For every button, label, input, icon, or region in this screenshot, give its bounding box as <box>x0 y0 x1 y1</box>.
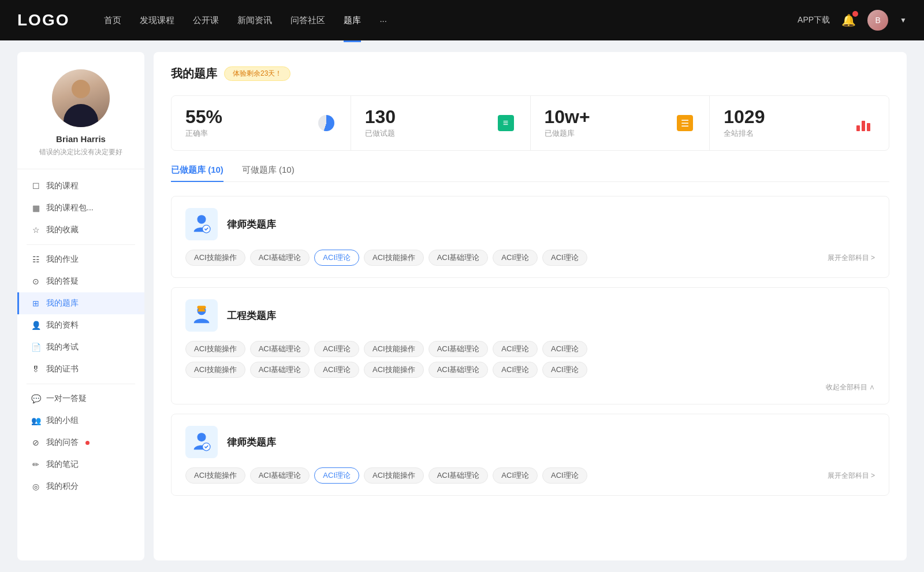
sidebar-item-question-bank[interactable]: ⊞ 我的题库 <box>17 292 144 314</box>
bank-name-0: 律师类题库 <box>227 218 276 231</box>
tab-done-banks[interactable]: 已做题库 (10) <box>171 165 223 181</box>
nav-open[interactable]: 公开课 <box>193 13 219 28</box>
accuracy-icon <box>316 113 337 133</box>
tag-2-3[interactable]: ACI技能操作 <box>364 467 424 484</box>
bank-icon-engineer <box>185 299 218 332</box>
tabs: 已做题库 (10) 可做题库 (10) <box>171 165 889 182</box>
nav-more[interactable]: ··· <box>379 13 387 28</box>
stats-row: 55% 正确率 130 已做试题 ≡ 10w+ 已做题库 <box>171 95 889 151</box>
tag-1-5[interactable]: ACI理论 <box>493 341 538 357</box>
tag-0-3[interactable]: ACI技能操作 <box>364 250 424 266</box>
sidebar-item-certificate[interactable]: 🎖 我的证书 <box>17 358 144 380</box>
tag-1-r2-3[interactable]: ACI技能操作 <box>364 362 424 378</box>
tag-2-6[interactable]: ACI理论 <box>542 467 587 484</box>
page-title: 我的题库 <box>171 66 217 81</box>
tag-0-1[interactable]: ACI基础理论 <box>250 250 310 266</box>
bank-icon-lawyer-0 <box>185 208 218 240</box>
tag-1-1[interactable]: ACI基础理论 <box>250 341 310 357</box>
engineer-svg <box>190 304 213 327</box>
sidebar-item-my-questions[interactable]: ⊘ 我的问答 <box>17 432 144 454</box>
svg-point-4 <box>198 433 206 441</box>
bank-2-tags: ACI技能操作 ACI基础理论 ACI理论 ACI技能操作 ACI基础理论 AC… <box>185 467 823 484</box>
nav-question-bank[interactable]: 题库 <box>344 13 361 28</box>
tag-1-r2-5[interactable]: ACI理论 <box>493 362 538 378</box>
trial-badge: 体验剩余23天！ <box>224 66 290 81</box>
stat-done-questions-text: 130 已做试题 <box>365 107 486 139</box>
nav-home[interactable]: 首页 <box>104 13 121 28</box>
tag-1-2[interactable]: ACI理论 <box>314 341 359 357</box>
tag-1-r2-4[interactable]: ACI基础理论 <box>429 362 489 378</box>
nav-discover[interactable]: 发现课程 <box>140 13 174 28</box>
nav-news[interactable]: 新闻资讯 <box>237 13 272 28</box>
done-questions-icon: ≡ <box>495 113 516 133</box>
profile-motto: 错误的决定比没有决定要好 <box>39 147 122 157</box>
sidebar-item-points[interactable]: ◎ 我的积分 <box>17 476 144 497</box>
sidebar-item-one-on-one[interactable]: 💬 一对一答疑 <box>17 388 144 410</box>
tab-available-banks[interactable]: 可做题库 (10) <box>242 165 295 181</box>
tag-2-4[interactable]: ACI基础理论 <box>429 467 489 484</box>
tag-1-r2-1[interactable]: ACI基础理论 <box>250 362 310 378</box>
nav-links: 首页 发现课程 公开课 新闻资讯 问答社区 题库 ··· <box>104 13 798 28</box>
sidebar-item-my-material[interactable]: 👤 我的资料 <box>17 314 144 336</box>
nav-right: APP下载 🔔 B ▼ <box>798 10 907 31</box>
bank-name-1: 工程类题库 <box>227 309 276 322</box>
page-layout: Brian Harris 错误的决定比没有决定要好 ☐ 我的课程 ▦ 我的课程包… <box>12 40 912 572</box>
tag-1-6[interactable]: ACI理论 <box>542 341 587 357</box>
stat-done-banks: 10w+ 已做题库 ☰ <box>531 96 710 150</box>
tag-1-0[interactable]: ACI技能操作 <box>185 341 245 357</box>
tag-1-r2-6[interactable]: ACI理论 <box>542 362 587 378</box>
unread-badge <box>85 441 90 445</box>
bank-1-tags-row1: ACI技能操作 ACI基础理论 ACI理论 ACI技能操作 ACI基础理论 AC… <box>185 341 875 357</box>
tag-0-6[interactable]: ACI理论 <box>542 250 587 266</box>
user-menu-chevron[interactable]: ▼ <box>900 16 907 24</box>
expand-link-2[interactable]: 展开全部科目 > <box>828 471 875 481</box>
sidebar-menu: ☐ 我的课程 ▦ 我的课程包... ☆ 我的收藏 ☷ 我的作业 ⊙ 我的答疑 ⊞ <box>17 169 144 503</box>
stat-done-banks-label: 已做题库 <box>545 128 666 139</box>
sidebar-item-my-qa[interactable]: ⊙ 我的答疑 <box>17 270 144 292</box>
profile-section: Brian Harris 错误的决定比没有决定要好 <box>17 52 144 169</box>
sidebar-item-course-package[interactable]: ▦ 我的课程包... <box>17 197 144 219</box>
tag-0-2[interactable]: ACI理论 <box>314 250 359 266</box>
sidebar-item-my-exam[interactable]: 📄 我的考试 <box>17 336 144 358</box>
tag-1-r2-0[interactable]: ACI技能操作 <box>185 362 245 378</box>
tag-0-0[interactable]: ACI技能操作 <box>185 250 245 266</box>
tag-2-0[interactable]: ACI技能操作 <box>185 467 245 484</box>
tag-0-4[interactable]: ACI基础理论 <box>429 250 489 266</box>
notification-badge <box>852 11 858 17</box>
expand-link-0[interactable]: 展开全部科目 > <box>828 253 875 263</box>
logo: LOGO <box>17 11 69 29</box>
tag-1-3[interactable]: ACI技能操作 <box>364 341 424 357</box>
stat-done-questions: 130 已做试题 ≡ <box>351 96 531 150</box>
sidebar-item-my-course[interactable]: ☐ 我的课程 <box>17 175 144 197</box>
collapse-link-1[interactable]: 收起全部科目 ∧ <box>185 382 875 392</box>
tag-2-5[interactable]: ACI理论 <box>493 467 538 484</box>
tag-0-5[interactable]: ACI理论 <box>493 250 538 266</box>
profile-avatar <box>52 69 110 127</box>
user-avatar[interactable]: B <box>867 10 888 31</box>
qa-icon: ⊘ <box>31 438 40 447</box>
stat-accuracy: 55% 正确率 <box>172 96 351 150</box>
tag-2-1[interactable]: ACI基础理论 <box>250 467 310 484</box>
tag-1-r2-2[interactable]: ACI理论 <box>314 362 359 378</box>
file2-icon: 📄 <box>31 343 40 352</box>
tag-1-4[interactable]: ACI基础理论 <box>429 341 489 357</box>
avatar-image <box>52 69 110 127</box>
profile-name: Brian Harris <box>56 134 106 144</box>
notification-bell[interactable]: 🔔 <box>841 13 856 27</box>
sidebar-item-my-group[interactable]: 👥 我的小组 <box>17 410 144 432</box>
bank-icon-lawyer-2 <box>185 426 218 458</box>
app-download-link[interactable]: APP下载 <box>798 15 830 25</box>
bank-item-2-header: 律师类题库 <box>185 426 875 458</box>
stat-ranking-label: 全站排名 <box>724 128 845 139</box>
stat-done-questions-label: 已做试题 <box>365 128 486 139</box>
done-banks-icon: ☰ <box>675 113 695 133</box>
tag-2-2[interactable]: ACI理论 <box>314 467 359 484</box>
nav-qa[interactable]: 问答社区 <box>290 13 325 28</box>
sidebar-item-homework[interactable]: ☷ 我的作业 <box>17 248 144 270</box>
menu-divider-2 <box>27 384 135 384</box>
star-icon: ☆ <box>31 225 40 235</box>
sidebar-item-my-notes[interactable]: ✏ 我的笔记 <box>17 454 144 476</box>
bank-item-2: 律师类题库 ACI技能操作 ACI基础理论 ACI理论 ACI技能操作 ACI基… <box>171 414 889 496</box>
bank-item-1: 工程类题库 ACI技能操作 ACI基础理论 ACI理论 ACI技能操作 ACI基… <box>171 287 889 404</box>
sidebar-item-favorites[interactable]: ☆ 我的收藏 <box>17 219 144 241</box>
